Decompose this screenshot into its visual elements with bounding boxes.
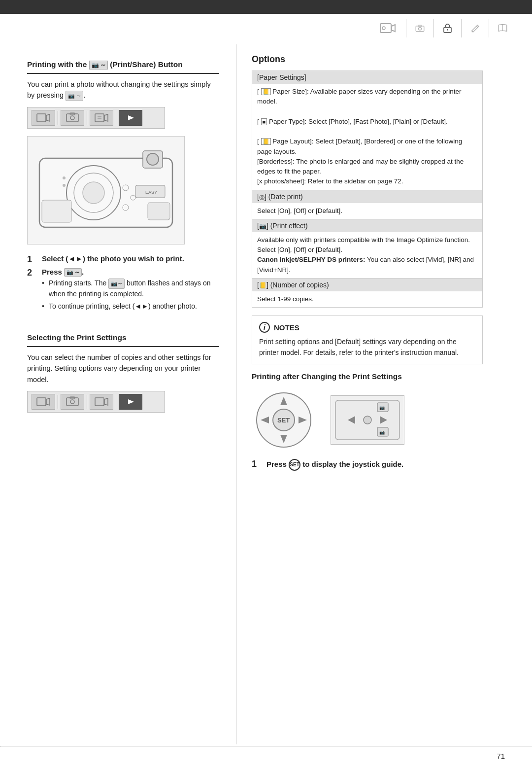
svg-point-12	[70, 116, 74, 120]
mode-divider-1	[58, 111, 58, 125]
button-panel-illustration: 📷 📷	[331, 395, 404, 445]
notes-icon: i	[259, 322, 270, 333]
mode-icon-photo-2	[61, 394, 84, 410]
mode-icon-movie-2	[32, 394, 55, 410]
mode-icon-playback	[90, 110, 113, 126]
svg-point-4	[419, 27, 422, 30]
mode-divider-5	[87, 395, 87, 409]
step-1-content: Select (◄►) the photo you wish to print.	[42, 254, 219, 265]
print-after-title: Printing after Changing the Print Settin…	[252, 372, 483, 381]
notes-body: Print setting options and [Default] sett…	[259, 337, 475, 358]
notes-header: i NOTES	[259, 322, 475, 333]
step-2-title: Press 📷 ∼.	[42, 268, 219, 277]
mode-divider-6	[116, 395, 116, 409]
page-number: 71	[497, 752, 505, 760]
lock-icon	[433, 19, 452, 37]
svg-text:SET: SET	[277, 417, 290, 424]
right-column: Options [Paper Settings] [ 📒 Paper Size]…	[236, 44, 502, 744]
svg-rect-14	[95, 114, 104, 122]
top-bar	[0, 0, 532, 14]
section-divider-1	[27, 73, 219, 74]
svg-marker-15	[104, 114, 108, 121]
print-effect-header: [📷] (Print effect)	[252, 219, 482, 232]
mode-icon-photo	[61, 110, 84, 126]
svg-rect-9	[37, 114, 46, 122]
svg-rect-35	[37, 398, 46, 406]
date-print-body: Select [On], [Off] or [Default].	[252, 203, 482, 219]
print-settings-title: Selecting the Print Settings	[27, 332, 219, 343]
print-settings-section: Selecting the Print Settings You can sel…	[27, 327, 219, 413]
svg-point-32	[63, 176, 66, 179]
bottom-step-1: 1 Press SET to display the joystick guid…	[252, 459, 483, 472]
print-button-title: Printing with the 📷 ∼ (Print/Share) Butt…	[27, 59, 219, 70]
date-print-header: [◎] (Date print)	[252, 190, 482, 203]
step-2: 2 Press 📷 ∼. Printing starts. The 📷∼ but…	[27, 268, 219, 314]
bullet-2: To continue printing, select (◄►) anothe…	[42, 301, 219, 312]
svg-marker-10	[46, 114, 50, 121]
print-settings-body: You can select the number of copies and …	[27, 352, 219, 385]
book-icon	[489, 19, 507, 37]
notes-section: i NOTES Print setting options and [Defau…	[252, 315, 483, 364]
svg-rect-40	[95, 398, 104, 406]
options-title: Options	[252, 54, 483, 65]
paper-settings-body: [ 📒 Paper Size]: Available paper sizes v…	[252, 84, 482, 190]
svg-marker-1	[392, 25, 395, 32]
step-1: 1 Select (◄►) the photo you wish to prin…	[27, 254, 219, 265]
options-row-print-effect: [📷] (Print effect) Available only with p…	[252, 219, 482, 279]
print-effect-body: Available only with printers compatible …	[252, 232, 482, 278]
mode-icon-playback-2	[90, 394, 113, 410]
bottom-step-1-content: Press SET to display the joystick guide.	[266, 459, 483, 472]
set-icon: SET	[289, 459, 300, 471]
camera-illustration: EASY	[27, 136, 185, 245]
mode-icon-active	[119, 110, 142, 126]
svg-text:📷: 📷	[379, 429, 385, 435]
svg-rect-34	[42, 200, 71, 222]
print-effect-bold: Canon inkjet/SELPHY DS printers:	[257, 256, 366, 263]
svg-point-33	[63, 184, 66, 187]
svg-marker-36	[46, 398, 50, 405]
press-icon: 📷 ∼	[64, 268, 82, 277]
bottom-divider	[0, 746, 532, 747]
svg-text:EASY: EASY	[145, 190, 157, 195]
svg-point-23	[83, 182, 104, 204]
bullet-1: Printing starts. The 📷∼ button flashes a…	[42, 278, 219, 299]
mode-icon-movie	[32, 110, 55, 126]
bottom-step-1-title: Press SET to display the joystick guide.	[266, 459, 483, 471]
mode-divider-2	[87, 111, 87, 125]
top-icons-bar	[378, 19, 507, 37]
camera-icon	[406, 19, 425, 37]
options-row-date-print: [◎] (Date print) Select [On], [Off] or […	[252, 190, 482, 219]
joystick-area: SET 📷	[252, 388, 483, 452]
bottom-step-1-num: 1	[252, 459, 263, 472]
options-row-copies: [📒] (Number of copies) Select 1-99 copie…	[252, 279, 482, 307]
section-divider-2	[27, 346, 219, 347]
main-content: Printing with the 📷 ∼ (Print/Share) Butt…	[0, 44, 532, 744]
svg-point-25	[147, 153, 159, 165]
print-after-section: Printing after Changing the Print Settin…	[252, 372, 483, 472]
step-1-title: Select (◄►) the photo you wish to print.	[42, 254, 219, 263]
copies-header: [📒] (Number of copies)	[252, 279, 482, 291]
print-inline-icon: 📷 ∼	[66, 91, 83, 101]
svg-text:📷: 📷	[379, 405, 385, 411]
print-button-body: You can print a photo without changing t…	[27, 79, 219, 101]
svg-point-38	[70, 400, 74, 404]
copies-body: Select 1-99 copies.	[252, 291, 482, 307]
step-2-num: 2	[27, 268, 38, 314]
mode-bar-bottom	[27, 391, 165, 413]
step-2-content: Press 📷 ∼. Printing starts. The 📷∼ butto…	[42, 268, 219, 314]
print-button-section: Printing with the 📷 ∼ (Print/Share) Butt…	[27, 59, 219, 314]
movie-icon	[378, 19, 397, 37]
edit-icon	[461, 19, 480, 37]
paper-settings-header: [Paper Settings]	[252, 71, 482, 84]
mode-icon-active-2	[119, 394, 142, 410]
left-column: Printing with the 📷 ∼ (Print/Share) Butt…	[0, 44, 236, 744]
print-icon-inline: 📷∼	[108, 279, 125, 289]
svg-point-2	[382, 27, 385, 30]
options-table: [Paper Settings] [ 📒 Paper Size]: Availa…	[252, 70, 483, 308]
mode-divider-3	[116, 111, 116, 125]
options-row-paper-settings: [Paper Settings] [ 📒 Paper Size]: Availa…	[252, 71, 482, 190]
svg-marker-41	[104, 398, 108, 405]
svg-rect-28	[148, 203, 170, 220]
mode-divider-4	[58, 395, 58, 409]
joystick-illustration: SET	[252, 388, 316, 452]
